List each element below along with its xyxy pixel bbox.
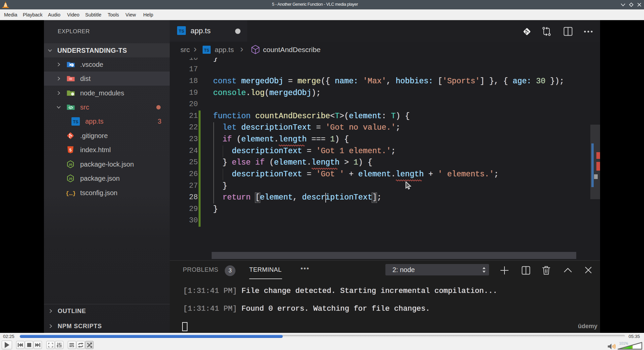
- svg-text:{…}: {…}: [66, 190, 75, 196]
- svg-text:TS: TS: [73, 120, 78, 124]
- svg-text:TS: TS: [179, 29, 184, 34]
- svg-text:JS: JS: [68, 177, 72, 180]
- svg-text:JS: JS: [68, 163, 72, 166]
- svg-text:5: 5: [69, 148, 72, 152]
- svg-text:TS: TS: [204, 48, 209, 53]
